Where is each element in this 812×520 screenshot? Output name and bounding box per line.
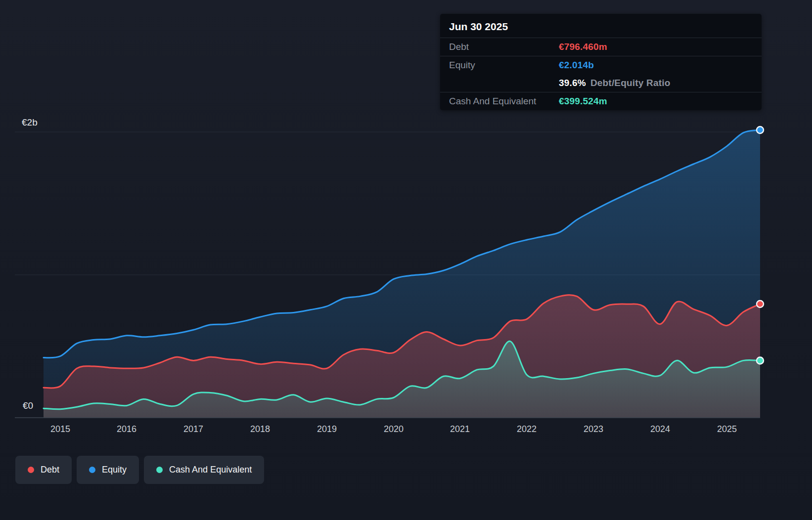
y-axis-label-2b: €2b <box>22 117 38 128</box>
x-axis-tick-2020: 2020 <box>374 424 413 434</box>
x-axis-tick-2019: 2019 <box>307 424 347 434</box>
tooltip-row-equity: Equity €2.014b <box>440 56 762 74</box>
x-axis-tick-2016: 2016 <box>107 424 146 434</box>
x-axis-tick-2023: 2023 <box>574 424 613 434</box>
x-axis-tick-2025: 2025 <box>707 424 747 434</box>
legend: Debt Equity Cash And Equivalent <box>15 456 264 484</box>
legend-equity-label: Equity <box>102 465 127 475</box>
tooltip-equity-label: Equity <box>449 60 559 71</box>
tooltip-row-ratio: 39.6%Debt/Equity Ratio <box>440 74 762 92</box>
equity-legend-dot-icon <box>89 467 95 473</box>
page: { "tooltip": { "date": "Jun 30 2025", "d… <box>0 0 812 520</box>
tooltip-cash-value: €399.524m <box>559 96 607 107</box>
x-axis-tick-2015: 2015 <box>41 424 80 434</box>
tooltip-row-debt: Debt €796.460m <box>440 38 762 56</box>
legend-item-equity[interactable]: Equity <box>77 456 139 484</box>
tooltip-cash-label: Cash And Equivalent <box>449 96 559 107</box>
legend-item-cash[interactable]: Cash And Equivalent <box>144 456 264 484</box>
y-axis-label-0: €0 <box>23 400 33 411</box>
tooltip: Jun 30 2025 Debt €796.460m Equity €2.014… <box>440 14 762 110</box>
legend-cash-label: Cash And Equivalent <box>169 465 252 475</box>
debt-legend-dot-icon <box>28 467 34 473</box>
tooltip-equity-value: €2.014b <box>559 60 594 71</box>
legend-debt-label: Debt <box>41 465 59 475</box>
x-axis-tick-2022: 2022 <box>507 424 546 434</box>
tooltip-ratio-value: 39.6% <box>559 78 586 88</box>
legend-item-debt[interactable]: Debt <box>15 456 72 484</box>
x-axis-tick-2024: 2024 <box>640 424 680 434</box>
debt-endpoint-dot[interactable] <box>757 301 764 307</box>
cash-and-equivalent-endpoint-dot[interactable] <box>757 357 764 364</box>
tooltip-debt-value: €796.460m <box>559 42 607 52</box>
equity-endpoint-dot[interactable] <box>757 127 764 133</box>
x-axis-tick-2021: 2021 <box>440 424 480 434</box>
x-axis-tick-2018: 2018 <box>240 424 280 434</box>
cash-legend-dot-icon <box>156 467 163 473</box>
tooltip-ratio-label: Debt/Equity Ratio <box>590 78 671 88</box>
x-axis-tick-2017: 2017 <box>174 424 213 434</box>
tooltip-date: Jun 30 2025 <box>440 14 762 38</box>
tooltip-debt-label: Debt <box>449 42 559 52</box>
tooltip-row-cash: Cash And Equivalent €399.524m <box>440 92 762 110</box>
